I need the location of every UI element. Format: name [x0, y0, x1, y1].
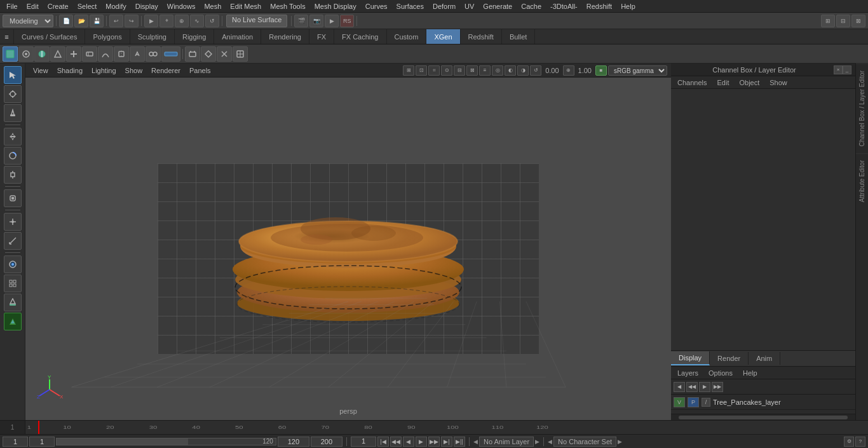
- tab-curves-surfaces[interactable]: Curves / Surfaces: [14, 29, 85, 44]
- layout-btn2[interactable]: ⊟: [836, 15, 850, 27]
- viewport-canvas[interactable]: X Y Z persp: [25, 78, 671, 420]
- layer-scrollbar[interactable]: [671, 414, 855, 420]
- new-file-btn[interactable]: 📄: [59, 15, 73, 27]
- layers-menu-layers[interactable]: Layers: [674, 368, 702, 378]
- play-back-btn[interactable]: ◀: [403, 437, 414, 447]
- step-back-btn[interactable]: ◀◀: [390, 437, 402, 447]
- menu-uv[interactable]: UV: [461, 1, 478, 11]
- settings-icon-btn[interactable]: ⚙: [844, 437, 854, 447]
- layer-next2-btn[interactable]: ▶▶: [712, 382, 723, 392]
- undo-btn[interactable]: ↩: [109, 15, 123, 27]
- xgen-btn7[interactable]: [98, 46, 113, 62]
- menu-edit-mesh[interactable]: Edit Mesh: [226, 1, 265, 11]
- tab-polygons[interactable]: Polygons: [85, 29, 130, 44]
- tab-sculpting[interactable]: Sculpting: [130, 29, 175, 44]
- xgen-btn13[interactable]: [201, 46, 216, 62]
- channel-box-minimize-btn[interactable]: _: [843, 65, 851, 74]
- scale-tool[interactable]: [4, 166, 22, 184]
- move-tool[interactable]: [4, 128, 22, 146]
- anim-layer-arrow2[interactable]: ▶: [535, 438, 539, 445]
- xgen-icon-tool[interactable]: [4, 313, 22, 330]
- frame-range-end-num[interactable]: 120: [278, 437, 309, 447]
- xgen-btn10[interactable]: [146, 46, 161, 62]
- layer-prev-btn[interactable]: ◀: [674, 382, 685, 392]
- menu-mesh-tools[interactable]: Mesh Tools: [266, 1, 309, 11]
- xgen-btn11[interactable]: [161, 46, 180, 62]
- xgen-btn8[interactable]: [114, 46, 129, 62]
- layer-prev2-btn[interactable]: ◀◀: [686, 382, 698, 392]
- xgen-btn15[interactable]: [233, 46, 248, 62]
- menu-select[interactable]: Select: [74, 1, 101, 11]
- vp-transform-icon[interactable]: ⊕: [563, 65, 574, 76]
- magnet-btn[interactable]: ∿: [190, 15, 204, 27]
- color-indicator[interactable]: ■: [595, 65, 607, 76]
- menu-create[interactable]: Create: [44, 1, 72, 11]
- vp-menu-lighting[interactable]: Lighting: [88, 65, 120, 76]
- xgen-btn1[interactable]: [3, 46, 18, 62]
- save-file-btn[interactable]: 💾: [90, 15, 104, 27]
- render-btn[interactable]: 🎬: [294, 15, 308, 27]
- tab-fx-caching[interactable]: FX Caching: [334, 29, 386, 44]
- step-fwd-btn[interactable]: ▶▶: [428, 437, 440, 447]
- vp-menu-shading[interactable]: Shading: [53, 65, 86, 76]
- ch-menu-show[interactable]: Show: [766, 78, 791, 88]
- char-set-arrow2[interactable]: ▶: [618, 438, 622, 445]
- layer-visibility-btn[interactable]: V: [674, 397, 685, 407]
- vp-menu-view[interactable]: View: [29, 65, 52, 76]
- ch-menu-channels[interactable]: Channels: [674, 78, 710, 88]
- xgen-btn5[interactable]: [66, 46, 81, 62]
- vp-icon-10[interactable]: ◑: [517, 65, 529, 76]
- soft-select-btn[interactable]: [4, 255, 22, 273]
- menu-mesh[interactable]: Mesh: [200, 1, 225, 11]
- vp-icon-2[interactable]: ⊡: [416, 65, 427, 76]
- xgen-btn4[interactable]: [50, 46, 65, 62]
- menu-redshift[interactable]: Redshift: [583, 1, 616, 11]
- tab-xgen[interactable]: XGen: [426, 29, 460, 44]
- menu-icon-btn[interactable]: ≡: [0, 29, 14, 44]
- menu-curves[interactable]: Curves: [362, 1, 391, 11]
- vp-icon-11[interactable]: ↺: [530, 65, 541, 76]
- no-char-set-label[interactable]: No Character Set: [553, 437, 616, 447]
- tab-fx[interactable]: FX: [309, 29, 334, 44]
- vp-menu-show[interactable]: Show: [121, 65, 147, 76]
- menu-windows[interactable]: Windows: [163, 1, 200, 11]
- xgen-btn2[interactable]: [18, 46, 34, 62]
- xgen-btn14[interactable]: [217, 46, 232, 62]
- select-tool-btn[interactable]: ▶: [144, 15, 158, 27]
- vp-menu-renderer[interactable]: Renderer: [147, 65, 184, 76]
- vp-icon-9[interactable]: ◐: [505, 65, 516, 76]
- anim-layer-arrow[interactable]: ◀: [473, 438, 478, 445]
- tab-bullet[interactable]: Bullet: [502, 29, 536, 44]
- cam-btn[interactable]: 📷: [309, 15, 323, 27]
- vp-icon-4[interactable]: ⊙: [441, 65, 452, 76]
- frame-anim-end-num[interactable]: 200: [311, 437, 342, 447]
- tab-anim[interactable]: Anim: [749, 352, 780, 365]
- snap-btn[interactable]: [4, 213, 22, 231]
- tab-custom[interactable]: Custom: [387, 29, 427, 44]
- layout-btn1[interactable]: ⊞: [821, 15, 835, 27]
- side-tab-channel-box[interactable]: Channel Box / Layer Editor: [856, 64, 868, 153]
- menu-3dtool[interactable]: -3DtoAll-: [546, 1, 581, 11]
- layout-btn3[interactable]: ⊠: [851, 15, 865, 27]
- loop-btn[interactable]: ▶||: [454, 437, 465, 447]
- channel-box-close-btn[interactable]: ×: [834, 65, 843, 74]
- play-fwd-btn[interactable]: ▶: [416, 437, 427, 447]
- jump-start-btn[interactable]: |◀: [377, 437, 389, 447]
- xgen-btn12[interactable]: [185, 46, 200, 62]
- rotate-tool[interactable]: [4, 147, 22, 165]
- menu-generate[interactable]: Generate: [479, 1, 516, 11]
- menu-mesh-display[interactable]: Mesh Display: [311, 1, 360, 11]
- tab-render[interactable]: Render: [710, 352, 749, 365]
- menu-display[interactable]: Display: [132, 1, 162, 11]
- lasso-tool-btn[interactable]: ⌖: [159, 15, 173, 27]
- grid-tool[interactable]: [4, 275, 22, 292]
- vp-icon-8[interactable]: ◎: [492, 65, 503, 76]
- layer-next-btn[interactable]: ▶: [699, 382, 710, 392]
- vp-icon-6[interactable]: ⊠: [466, 65, 478, 76]
- tab-redshift[interactable]: Redshift: [461, 29, 502, 44]
- xgen-btn3[interactable]: [34, 46, 50, 62]
- vp-icon-7[interactable]: ≡: [479, 65, 491, 76]
- snap-btn[interactable]: ⊕: [175, 15, 189, 27]
- ch-menu-edit[interactable]: Edit: [713, 78, 733, 88]
- layer-playback-btn[interactable]: P: [688, 397, 699, 407]
